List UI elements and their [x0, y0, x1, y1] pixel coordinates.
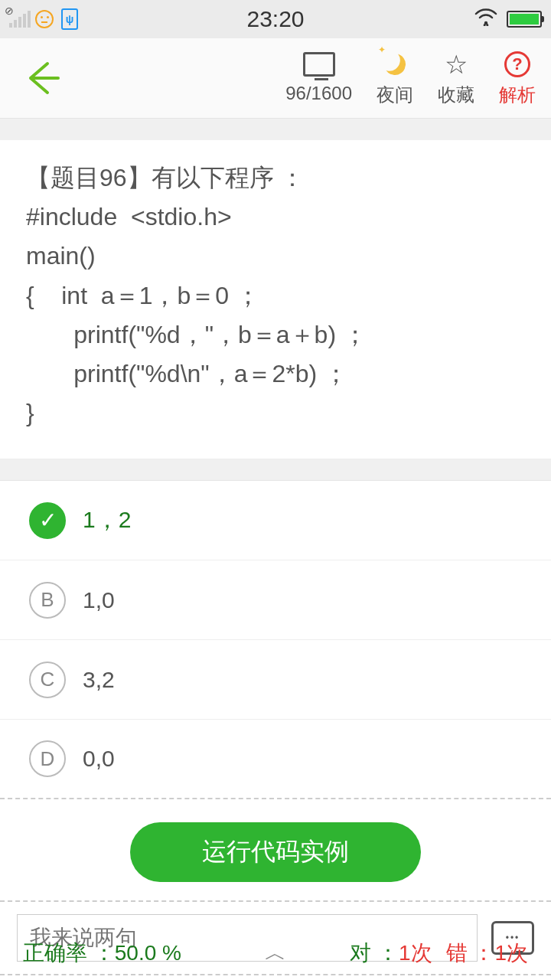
night-label: 夜间 [377, 83, 413, 107]
wifi-icon [474, 7, 497, 31]
option-c[interactable]: C 3,2 [0, 640, 551, 720]
progress-tool[interactable]: 96/1600 [285, 49, 352, 107]
status-time: 23:20 [246, 6, 304, 32]
progress-label: 96/1600 [285, 83, 352, 104]
option-text-a: 1，2 [83, 505, 131, 536]
options-spacer [0, 459, 551, 481]
spacer [0, 119, 551, 140]
accuracy-rate: 正确率 ：50.0 % [23, 939, 181, 968]
star-icon: ☆ [445, 49, 468, 80]
moon-icon [383, 52, 407, 77]
usb-icon: ψ [61, 8, 78, 30]
status-bar: ψ 23:20 [0, 0, 551, 38]
run-code-button[interactable]: 运行代码实例 [130, 822, 421, 882]
option-a[interactable]: ✓ 1，2 [0, 481, 551, 560]
footer-stats[interactable]: 正确率 ：50.0 % ︿ 对 ：1次 错 ：1次 [0, 926, 551, 980]
option-letter-c: C [29, 662, 66, 698]
face-icon [35, 10, 54, 28]
run-area: 运行代码实例 [0, 799, 551, 902]
analysis-tool[interactable]: ? 解析 [499, 49, 536, 107]
option-text-c: 3,2 [83, 667, 115, 693]
battery-icon [507, 11, 542, 28]
option-b[interactable]: B 1,0 [0, 560, 551, 640]
option-text-b: 1,0 [83, 587, 115, 613]
monitor-icon [303, 52, 335, 77]
help-icon: ? [504, 51, 530, 77]
status-left: ψ [9, 8, 78, 30]
expand-caret-icon[interactable]: ︿ [265, 939, 286, 968]
favorite-tool[interactable]: ☆ 收藏 [438, 49, 474, 107]
back-button[interactable] [23, 59, 61, 97]
option-letter-d: D [29, 740, 66, 777]
toolbar: 96/1600 ✦ 夜间 ☆ 收藏 ? 解析 [0, 38, 551, 119]
option-text-d: 0,0 [83, 746, 115, 772]
option-letter-a: ✓ [29, 502, 66, 539]
night-mode-tool[interactable]: ✦ 夜间 [377, 49, 413, 107]
question-text: 【题目96】有以下程序 ： #include <stdio.h> main() … [0, 140, 551, 459]
option-letter-b: B [29, 582, 66, 619]
option-d[interactable]: D 0,0 [0, 720, 551, 799]
status-right [474, 7, 542, 31]
signal-icon [9, 11, 28, 28]
wrong-count: 错 ：1次 [446, 939, 528, 968]
analysis-label: 解析 [499, 83, 536, 107]
svg-point-0 [484, 21, 487, 24]
favorite-label: 收藏 [438, 83, 474, 107]
correct-count: 对 ：1次 [350, 939, 432, 968]
